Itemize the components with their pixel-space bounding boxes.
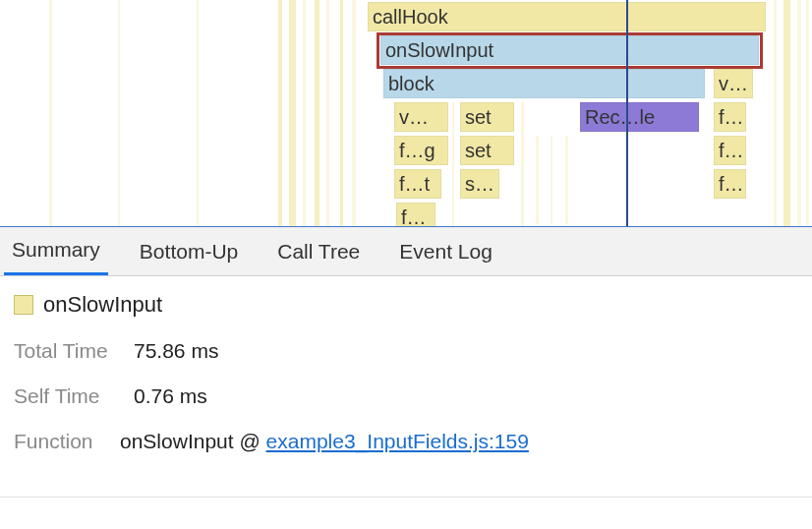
flame-block[interactable]: f… — [714, 169, 746, 199]
flame-stripe — [565, 136, 568, 224]
function-label: Function — [14, 430, 102, 453]
flame-block[interactable]: s… — [460, 169, 499, 199]
self-time-label: Self Time — [14, 384, 116, 408]
flame-stripe — [551, 136, 552, 224]
flame-stripe — [797, 0, 801, 227]
flame-stripe — [303, 0, 306, 227]
flame-stripe — [340, 0, 343, 227]
summary-panel: onSlowInput Total Time 75.86 ms Self Tim… — [0, 276, 812, 487]
flame-block[interactable]: set — [460, 102, 514, 132]
tab-event-log[interactable]: Event Log — [391, 227, 500, 275]
flame-block[interactable]: block — [383, 69, 705, 98]
flame-block[interactable]: callHook — [368, 2, 766, 31]
flame-stripe — [452, 102, 454, 227]
flame-stripe — [326, 0, 329, 227]
flame-stripe — [197, 0, 199, 227]
flame-block-selected[interactable]: onSlowInput — [380, 35, 759, 65]
flame-block[interactable]: Rec…le — [580, 102, 699, 132]
self-time-value: 0.76 ms — [134, 384, 207, 408]
panel-divider — [0, 497, 812, 498]
tab-bottom-up[interactable]: Bottom-Up — [132, 227, 246, 275]
flame-stripe — [536, 136, 539, 224]
flame-stripe — [352, 0, 356, 227]
flame-block[interactable]: v… — [714, 69, 753, 98]
flame-stripe — [806, 0, 809, 227]
function-value: onSlowInput @ example3_InputFields.js:15… — [120, 430, 529, 453]
flame-stripe — [315, 0, 319, 227]
flame-stripe — [289, 0, 296, 227]
flame-block[interactable]: set — [460, 136, 514, 165]
function-name: onSlowInput — [43, 292, 162, 318]
flame-block[interactable]: f…g — [394, 136, 448, 165]
source-link[interactable]: example3_InputFields.js:159 — [266, 430, 529, 452]
flame-stripe — [278, 0, 282, 227]
flame-stripe — [118, 0, 120, 227]
flame-stripe — [521, 102, 524, 227]
tab-summary[interactable]: Summary — [4, 227, 108, 275]
flame-block[interactable]: f…t — [394, 169, 441, 199]
flame-block[interactable]: f… — [396, 203, 435, 227]
function-value-prefix: onSlowInput @ — [120, 430, 266, 452]
total-time-label: Total Time — [14, 339, 116, 363]
flame-stripe — [774, 0, 777, 227]
flame-block[interactable]: v… — [394, 102, 448, 132]
flame-block[interactable]: f… — [714, 136, 746, 165]
flame-stripe — [783, 0, 790, 227]
flame-stripe — [49, 0, 52, 227]
details-tabs: Summary Bottom-Up Call Tree Event Log — [0, 227, 812, 276]
flame-block[interactable]: f… — [714, 102, 746, 132]
function-color-swatch — [14, 295, 33, 315]
tab-call-tree[interactable]: Call Tree — [269, 227, 368, 275]
total-time-value: 75.86 ms — [134, 339, 218, 363]
flame-chart[interactable]: callHook onSlowInput block v… v… set Rec… — [0, 0, 812, 227]
flame-time-marker[interactable] — [626, 0, 628, 227]
